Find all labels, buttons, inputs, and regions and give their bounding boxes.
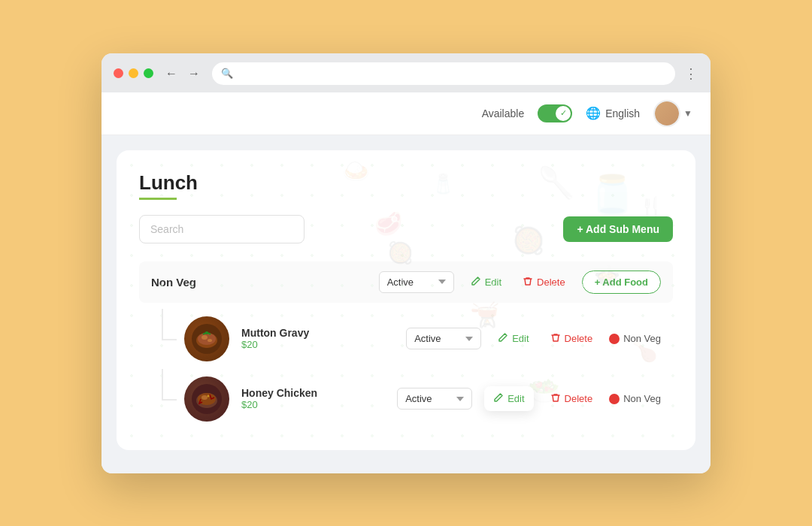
close-button[interactable]	[114, 68, 123, 78]
food-tag-label: Non Veg	[623, 333, 661, 344]
food-price-honey-chicken: $20	[241, 399, 317, 410]
food-delete-button-mutton-gravy[interactable]: Delete	[546, 329, 598, 348]
content-card: 🫙 🥄 🍴 🥘 🍲 🫕 🧂 🥩 🍗 🥗 🍛 🥘 Lunch + Add Sub	[117, 150, 695, 450]
section-status-select[interactable]: Active Inactive	[379, 271, 454, 293]
maximize-button[interactable]	[144, 68, 153, 78]
back-button[interactable]: ←	[162, 66, 180, 81]
food-delete-button-honey-chicken[interactable]: Delete	[546, 389, 598, 408]
section-delete-button[interactable]: Delete	[518, 273, 570, 292]
food-item-mutton-gravy: Mutton Gravy $20 Active Inactive	[151, 309, 673, 369]
avatar[interactable]	[653, 100, 680, 127]
toggle-knob: ✓	[556, 106, 571, 121]
edit-icon	[493, 392, 504, 405]
food-tag-mutton-gravy: Non Veg	[609, 333, 661, 344]
avatar-image	[655, 101, 679, 125]
title-underline	[139, 198, 177, 200]
globe-icon: 🌐	[586, 106, 601, 120]
food-edit-button-mutton-gravy[interactable]: Edit	[493, 329, 533, 348]
search-icon: 🔍	[221, 68, 233, 79]
svg-point-9	[201, 395, 208, 400]
food-name-mutton-gravy: Mutton Gravy	[241, 327, 317, 339]
svg-point-10	[208, 394, 210, 397]
svg-point-2	[198, 333, 216, 345]
food-edit-label: Edit	[508, 393, 524, 404]
food-image-honey-chicken	[184, 376, 229, 422]
food-row-honey-chicken: Honey Chicken $20 Active Inactive	[151, 369, 673, 429]
edit-icon	[498, 332, 508, 345]
traffic-lights	[114, 68, 153, 78]
delete-icon	[550, 392, 561, 405]
edit-icon	[471, 276, 481, 289]
address-input[interactable]	[239, 68, 666, 79]
add-food-button[interactable]: + Add Food	[582, 271, 661, 294]
svg-point-3	[201, 335, 208, 340]
language-label: English	[605, 107, 640, 119]
food-delete-label: Delete	[565, 333, 593, 344]
food-edit-label: Edit	[512, 333, 529, 344]
browser-menu-icon[interactable]: ⋮	[684, 65, 698, 82]
top-header: Available ✓ 🌐 English ▼	[102, 92, 710, 135]
browser-chrome: ← → 🔍 ⋮	[102, 53, 710, 92]
main-content: 🫙 🥄 🍴 🥘 🍲 🫕 🧂 🥩 🍗 🥗 🍛 🥘 Lunch + Add Sub	[102, 150, 710, 473]
food-name-honey-chicken: Honey Chicken	[241, 387, 317, 399]
search-input[interactable]	[139, 215, 304, 243]
delete-icon	[523, 276, 533, 289]
section-label: Non Veg	[151, 276, 226, 289]
section-delete-label: Delete	[537, 277, 565, 288]
food-thumbnail-honey-chicken	[184, 376, 229, 422]
section-header-non-veg: Non Veg Active Inactive Edit	[139, 261, 673, 303]
non-veg-dot-icon	[609, 334, 620, 344]
address-bar: 🔍	[212, 62, 675, 85]
svg-point-5	[205, 331, 208, 334]
food-tag-honey-chicken: Non Veg	[609, 393, 661, 404]
food-item-honey-chicken: Honey Chicken $20 Active Inactive	[151, 369, 673, 429]
language-selector[interactable]: 🌐 English	[586, 106, 640, 120]
food-status-select-honey-chicken[interactable]: Active Inactive	[397, 388, 472, 410]
minimize-button[interactable]	[129, 68, 138, 78]
nav-buttons: ← →	[162, 66, 203, 81]
food-thumbnail-mutton-gravy	[184, 316, 229, 361]
section-edit-button[interactable]: Edit	[466, 273, 506, 292]
food-price-mutton-gravy: $20	[241, 339, 317, 350]
food-image-mutton-gravy	[184, 316, 229, 361]
food-info-mutton-gravy: Mutton Gravy $20	[241, 327, 317, 350]
non-veg-dot-icon	[609, 394, 620, 404]
forward-button[interactable]: →	[185, 66, 203, 81]
food-delete-label: Delete	[565, 393, 593, 404]
edit-button-wrapper-honey-chicken: Edit	[484, 386, 533, 411]
food-tag-label: Non Veg	[623, 393, 661, 404]
browser-window: ← → 🔍 ⋮ Available ✓ 🌐 English ▼	[102, 53, 710, 473]
available-toggle[interactable]: ✓	[538, 104, 572, 122]
food-info-honey-chicken: Honey Chicken $20	[241, 387, 317, 410]
svg-point-4	[208, 339, 212, 342]
section-edit-label: Edit	[485, 277, 501, 288]
avatar-dropdown-icon[interactable]: ▼	[683, 108, 692, 119]
food-edit-button-honey-chicken[interactable]: Edit	[484, 386, 533, 411]
food-status-select-mutton-gravy[interactable]: Active Inactive	[406, 328, 481, 349]
add-sub-menu-button[interactable]: + Add Sub Menu	[563, 216, 673, 242]
page-title: Lunch	[139, 171, 673, 195]
delete-icon	[550, 332, 561, 345]
food-row-mutton-gravy: Mutton Gravy $20 Active Inactive	[151, 309, 673, 369]
available-label: Available	[482, 107, 525, 119]
search-and-button-row: + Add Sub Menu	[139, 215, 673, 243]
